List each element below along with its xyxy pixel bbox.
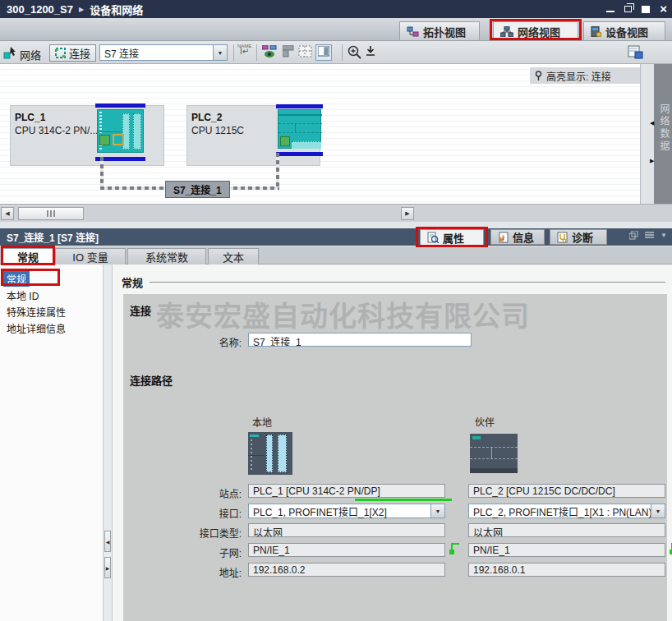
- highlight-connection-badge[interactable]: 高亮显示: 连接: [530, 67, 640, 84]
- general-pane: 常规 泰安宏盛自动化科技有限公司 连接 名称: S7_连接_1 连接路径 本地 …: [113, 264, 672, 621]
- show-addresses-icon[interactable]: [262, 45, 278, 58]
- scroll-left-icon[interactable]: ◀: [1, 207, 14, 220]
- tia-portal-window: 300_1200_S7 ▶ 设备和网络 × 拓扑视图 网络视图 设备视图 网络: [0, 0, 672, 621]
- canvas-bottom-bar: ◀ ▶ 100% ▼: [0, 204, 672, 222]
- maximize-button[interactable]: [642, 6, 650, 13]
- plc1-port[interactable]: [99, 135, 110, 145]
- partner-interface-dropdown[interactable]: PLC_2, PROFINET接口_1[X1 : PN(LAN)] ▼: [468, 504, 665, 518]
- nav-item-local-id[interactable]: 本地 ID: [3, 288, 42, 303]
- restore-button[interactable]: [624, 6, 632, 12]
- close-button[interactable]: ×: [660, 1, 667, 17]
- local-interface-dropdown[interactable]: PLC_1, PROFINET接口_1[X2] ▼: [248, 504, 445, 518]
- properties-icon: [427, 232, 439, 243]
- network-mode-icon[interactable]: [3, 45, 18, 59]
- subtab-io-tags[interactable]: IO 变量: [55, 248, 126, 264]
- subtab-system-constants[interactable]: 系统常数: [127, 248, 206, 264]
- tag-names-icon[interactable]: NAME I↵: [237, 44, 251, 55]
- float-panel-icon[interactable]: [629, 231, 638, 240]
- split-panel-icon[interactable]: [315, 44, 332, 61]
- title-bar: 300_1200_S7 ▶ 设备和网络 ×: [0, 0, 672, 18]
- nav-item-general[interactable]: 常规: [3, 271, 30, 287]
- connection-line-left[interactable]: [100, 157, 104, 188]
- breadcrumb-arrow-icon: ▶: [79, 6, 84, 13]
- diagnostics-icon: [557, 232, 568, 243]
- partner-column-label: 伙伴: [475, 415, 495, 429]
- splitter-right-icon[interactable]: ▶: [650, 158, 654, 164]
- connection-name-input[interactable]: S7_连接_1: [248, 333, 472, 347]
- hscroll-thumb[interactable]: [18, 207, 84, 220]
- network-data-side-tab[interactable]: 网络数据 ◀ ▶: [654, 64, 672, 204]
- local-address-field: 192.168.0.2: [248, 563, 445, 577]
- network-mode-label[interactable]: 网络: [20, 47, 41, 62]
- open-overview-icon[interactable]: [628, 45, 643, 59]
- tab-network-label: 网络视图: [518, 24, 560, 39]
- grid-view-icon[interactable]: [298, 45, 312, 58]
- save-layout-icon[interactable]: [366, 45, 375, 58]
- pane-dock-icon[interactable]: [283, 45, 295, 58]
- plc1-name: PLC_1: [15, 112, 45, 123]
- scroll-right-icon[interactable]: ▶: [401, 207, 414, 220]
- canvas-vscrollbar[interactable]: ▲ ▼: [640, 64, 654, 204]
- subnet-label: 子网:: [125, 545, 242, 559]
- heading-rule: [150, 282, 665, 283]
- splitter-left-icon[interactable]: ◀: [650, 120, 654, 126]
- properties-title: S7_连接_1 [S7 连接]: [7, 230, 99, 244]
- plc2-model: CPU 1215C: [191, 125, 244, 136]
- connections-mode-button[interactable]: 连接: [49, 44, 96, 62]
- plc2-name: PLC_2: [191, 112, 222, 123]
- subtab-general[interactable]: 常规: [2, 248, 53, 264]
- nav-item-special-properties[interactable]: 特殊连接属性: [3, 304, 69, 320]
- plc2-device-image[interactable]: [278, 109, 321, 149]
- partner-station-field: PLC_2 [CPU 1215C DC/DC/DC]: [468, 484, 665, 498]
- view-tab-bar: 拓扑视图 网络视图 设备视图: [0, 18, 672, 41]
- tab-topology-view[interactable]: 拓扑视图: [399, 21, 480, 40]
- device-icon: [591, 26, 601, 37]
- section-connection-label: 连接: [130, 302, 151, 318]
- nav-scroll-down[interactable]: ▶: [104, 557, 111, 578]
- connection-label[interactable]: S7_连接_1: [165, 181, 230, 198]
- tab-info[interactable]: i 信息: [490, 229, 545, 245]
- connection-type-value: S7 连接: [100, 46, 213, 60]
- partner-subnet-icon: [669, 541, 672, 555]
- minimize-button[interactable]: [606, 11, 614, 12]
- connections-mode-label: 连接: [69, 45, 90, 61]
- breadcrumb-page[interactable]: 设备和网络: [90, 2, 143, 17]
- tab-network-view[interactable]: 网络视图: [493, 21, 578, 40]
- local-subnet-icon: [449, 541, 461, 555]
- dropdown-arrow-icon[interactable]: ▼: [213, 45, 227, 60]
- zoom-in-icon[interactable]: [348, 45, 362, 59]
- partner-address-field: 192.168.0.1: [468, 563, 665, 577]
- highlight-label: 高亮显示: 连接: [546, 69, 611, 83]
- subtab-texts[interactable]: 文本: [208, 248, 259, 264]
- tab-device-view[interactable]: 设备视图: [583, 21, 665, 40]
- tab-properties[interactable]: 属性: [420, 229, 484, 246]
- local-station-field: PLC_1 [CPU 314C-2 PN/DP]: [248, 484, 445, 498]
- properties-subtabs: 常规 IO 变量 系统常数 文本: [0, 246, 672, 264]
- tab-properties-label: 属性: [443, 230, 464, 246]
- nav-item-address-details[interactable]: 地址详细信息: [3, 320, 69, 336]
- plc2-rail-bottom: [276, 152, 323, 156]
- tab-device-label: 设备视图: [605, 24, 648, 39]
- interface-label: 接口:: [125, 506, 242, 520]
- name-label: 名称:: [125, 335, 242, 349]
- watermark: 泰安宏盛自动化科技有限公司: [156, 294, 530, 334]
- partner-interface-arrow-icon[interactable]: ▼: [651, 504, 665, 518]
- connection-line-right[interactable]: [276, 153, 279, 187]
- breadcrumb-project[interactable]: 300_1200_S7: [7, 3, 73, 16]
- network-canvas[interactable]: PLC_1 CPU 314C-2 PN/... PLC_2 CPU 1215C: [0, 64, 640, 204]
- nav-scrollbar[interactable]: ◀ ▶: [104, 264, 113, 621]
- connections-icon: [55, 48, 66, 58]
- nav-scroll-up[interactable]: ◀: [104, 531, 111, 552]
- properties-nav: 常规 本地 ID 特殊连接属性 地址详细信息: [0, 264, 104, 621]
- connection-type-dropdown[interactable]: S7 连接 ▼: [99, 44, 228, 61]
- pin-icon: [535, 71, 542, 81]
- collapse-panel-icon[interactable]: ▼: [660, 232, 667, 239]
- plc2-port[interactable]: [280, 136, 290, 146]
- local-interface-arrow-icon[interactable]: ▼: [430, 504, 444, 518]
- properties-content: 常规 本地 ID 特殊连接属性 地址详细信息 ◀ ▶ 常规 泰安宏盛自动化科技有…: [0, 264, 672, 621]
- menu-icon[interactable]: [645, 232, 654, 239]
- tab-info-label: 信息: [513, 229, 534, 245]
- tab-diagnostics[interactable]: 诊断: [550, 229, 607, 245]
- plc1-device-image[interactable]: [97, 109, 144, 153]
- general-heading: 常规: [122, 274, 143, 290]
